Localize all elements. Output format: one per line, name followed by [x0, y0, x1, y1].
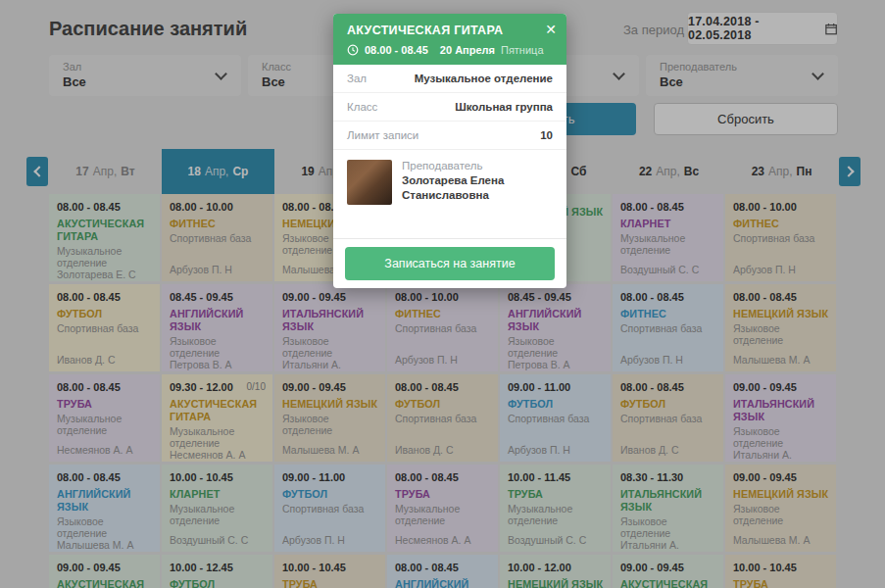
- teacher-block: Преподаватель Золотарева Елена Станислав…: [333, 150, 566, 215]
- modal-datetime: 08.00 - 08.45 20 Апреля Пятница: [347, 44, 555, 56]
- modal-row-limit: Лимит записи 10: [333, 122, 566, 150]
- modal-footer: Записаться на занятие: [333, 238, 566, 288]
- close-icon[interactable]: ✕: [545, 22, 557, 37]
- modal-row-hall: Зал Музыкальное отделение: [333, 65, 566, 93]
- modal-date: 20 Апреля: [440, 44, 495, 56]
- clock-icon: [347, 44, 359, 56]
- modal-spacer: [333, 215, 566, 238]
- modal-header: АКУСТИЧЕСКАЯ ГИТАРА ✕ 08.00 - 08.45 20 А…: [333, 14, 566, 65]
- modal-time: 08.00 - 08.45: [365, 44, 428, 56]
- modal-row-value: Школьная группа: [455, 101, 553, 113]
- lesson-modal: АКУСТИЧЕСКАЯ ГИТАРА ✕ 08.00 - 08.45 20 А…: [333, 14, 566, 288]
- teacher-photo: [347, 160, 392, 205]
- modal-row-label: Зал: [347, 73, 367, 84]
- modal-row-class: Класс Школьная группа: [333, 93, 566, 122]
- enroll-button[interactable]: Записаться на занятие: [345, 247, 555, 280]
- modal-row-value: Музыкальное отделение: [415, 73, 553, 84]
- modal-title: АКУСТИЧЕСКАЯ ГИТАРА: [347, 24, 555, 37]
- teacher-label: Преподаватель: [402, 160, 553, 172]
- modal-weekday: Пятница: [501, 44, 544, 56]
- modal-row-label: Лимит записи: [347, 129, 418, 141]
- modal-row-value: 10: [540, 129, 553, 141]
- teacher-name: Золотарева Елена Станиславовна: [402, 173, 553, 203]
- modal-row-label: Класс: [347, 101, 377, 113]
- schedule-page: Расписание занятий За период 17.04.2018 …: [0, 0, 885, 588]
